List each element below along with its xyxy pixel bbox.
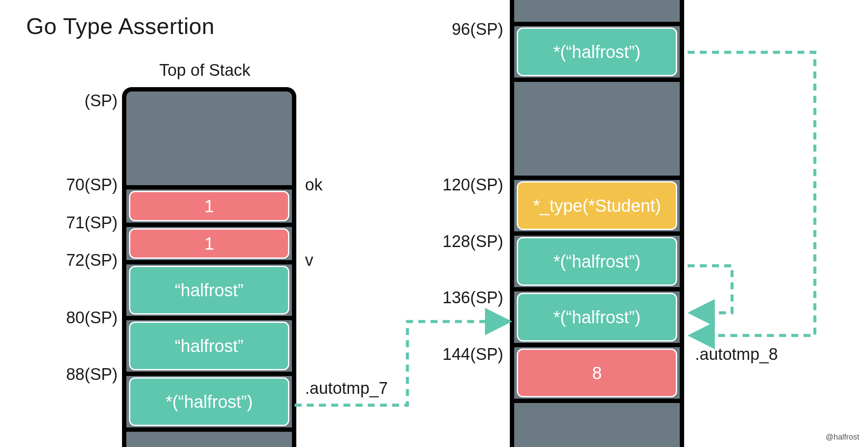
arrow-96-to-136 xyxy=(688,52,815,335)
cell-144sp: 8 xyxy=(517,349,677,397)
offset-80sp: 80(SP) xyxy=(50,308,118,327)
offset-136sp: 136(SP) xyxy=(427,288,503,307)
table-row: 1 xyxy=(126,191,292,221)
diagram-canvas: Go Type Assertion Top of Stack 1 1 “half… xyxy=(0,0,868,447)
table-row: “halfrost” xyxy=(126,266,292,315)
offset-128sp: 128(SP) xyxy=(427,232,503,251)
cell-80sp: “halfrost” xyxy=(129,322,289,370)
cell-96sp: *(“halfrost”) xyxy=(517,27,677,76)
left-stack: 1 1 “halfrost” “halfrost” *(“halfrost”) xyxy=(122,87,296,447)
label-ok: ok xyxy=(305,176,322,194)
offset-96sp: 96(SP) xyxy=(431,20,503,39)
table-row: 1 xyxy=(126,228,292,259)
table-row: *(“halfrost”) xyxy=(126,377,292,426)
table-row: 8 xyxy=(514,349,680,397)
cell-88sp: *(“halfrost”) xyxy=(129,377,289,426)
right-stack: *(“halfrost”) *_type(*Student) *(“halfro… xyxy=(510,0,684,447)
cell-128sp: *(“halfrost”) xyxy=(517,237,677,286)
table-row: *_type(*Student) xyxy=(514,181,680,230)
cell-72sp: “halfrost” xyxy=(129,266,289,315)
diagram-title: Go Type Assertion xyxy=(26,13,214,39)
cell-120sp: *_type(*Student) xyxy=(517,181,677,230)
offset-70sp: 70(SP) xyxy=(50,176,118,194)
table-row: *(“halfrost”) xyxy=(514,293,680,342)
offset-72sp: 72(SP) xyxy=(50,251,118,270)
offset-144sp: 144(SP) xyxy=(427,345,503,364)
offset-88sp: 88(SP) xyxy=(50,365,118,384)
credit: @halfrost xyxy=(826,433,859,442)
stack-top-label: Top of Stack xyxy=(131,61,279,80)
cell-136sp: *(“halfrost”) xyxy=(517,293,677,342)
table-row: “halfrost” xyxy=(126,322,292,370)
table-row: *(“halfrost”) xyxy=(514,27,680,76)
offset-sp: (SP) xyxy=(57,91,118,110)
offset-120sp: 120(SP) xyxy=(427,176,503,194)
offset-71sp: 71(SP) xyxy=(50,213,118,232)
cell-71sp: 1 xyxy=(129,228,289,259)
arrow-128-to-136 xyxy=(688,266,732,313)
label-v: v xyxy=(305,251,313,270)
cell-70sp: 1 xyxy=(129,191,289,221)
table-row: *(“halfrost”) xyxy=(514,237,680,286)
label-autotmp7: .autotmp_7 xyxy=(305,379,388,398)
label-autotmp8: .autotmp_8 xyxy=(695,345,778,364)
